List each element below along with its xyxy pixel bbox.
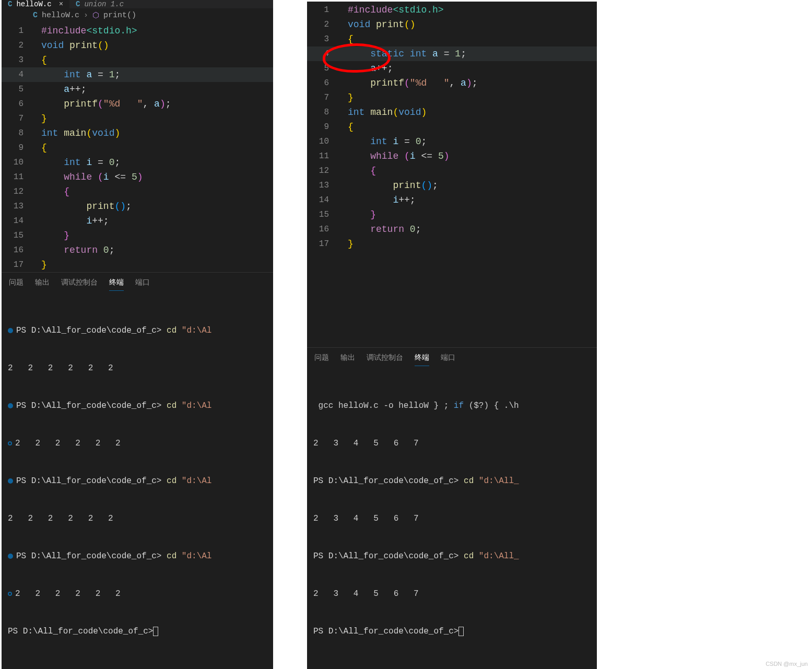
c-lang-icon: C [33,11,38,20]
editor-pane-right: 1#include<stdio.h> 2void print() 3{ 4 st… [307,2,597,669]
watermark-text: CSDN @mx_jun [766,661,808,667]
code-line: #include<stdio.h> [33,26,137,36]
code-line: i++; [339,195,416,205]
c-lang-icon: C [8,0,12,8]
tab-bar: C helloW.c × C union 1.c [2,0,273,8]
terminal-left[interactable]: PS D:\All_for_code\code_of_c> cd "d:\Al … [2,295,273,669]
code-line: return 0; [339,224,421,234]
symbol-cube-icon: ⬡ [92,10,99,20]
tab-label: helloW.c [16,0,51,8]
code-line: int i = 0; [339,136,427,147]
code-line: void print() [339,19,416,30]
code-line: { [339,34,354,44]
tab-terminal[interactable]: 终端 [415,353,429,366]
code-line: } [339,92,354,103]
c-lang-icon: C [76,0,80,8]
code-line: printf("%d ", a); [33,99,171,109]
line-number: 14 [2,216,33,226]
line-number: 7 [2,114,33,123]
code-line: printf("%d ", a); [339,78,478,88]
code-line: } [339,239,354,249]
prompt-dot-icon [8,403,13,408]
code-line: int i = 0; [33,157,120,168]
line-number: 12 [2,187,33,196]
prompt-dot-icon [8,441,12,445]
line-number: 9 [307,122,339,132]
tab-output[interactable]: 输出 [35,278,50,291]
code-line: static int a = 1; [339,49,466,59]
terminal-right[interactable]: gcc helloW.c -o helloW } ; if ($?) { .\h… [307,370,597,669]
panel-tab-bar: 问题 输出 调试控制台 终端 端口 [307,348,597,370]
code-line: while (i <= 5) [339,151,450,161]
code-line: print(); [33,201,132,212]
line-number: 2 [307,20,339,29]
code-line: i++; [33,216,109,226]
code-line: void print() [33,40,109,51]
panel-tab-bar: 问题 输出 调试控制台 终端 端口 [2,273,273,295]
line-number: 13 [307,181,339,190]
prompt-dot-icon [8,478,13,484]
tab-terminal[interactable]: 终端 [109,278,124,291]
line-number: 5 [307,64,339,73]
code-line: } [33,230,69,241]
tab-ports[interactable]: 端口 [441,353,455,366]
tab-problems[interactable]: 问题 [314,353,329,366]
code-line: { [339,122,354,132]
line-number: 17 [307,239,339,249]
line-number: 3 [307,34,339,44]
close-icon[interactable]: × [59,0,63,8]
code-line: { [33,186,69,197]
prompt-dot-icon [8,328,13,333]
line-number: 10 [2,158,33,167]
line-number: 9 [2,143,33,152]
code-line: int main(void) [33,128,120,138]
line-number: 4 [307,49,339,58]
line-number: 16 [2,245,33,255]
code-line: { [33,55,47,65]
tab-ports[interactable]: 端口 [135,278,150,291]
line-number: 6 [2,99,33,109]
code-line: } [33,260,47,270]
bottom-panel-left: 问题 输出 调试控制台 终端 端口 PS D:\All_for_code\cod… [2,272,273,669]
tab-debug-console[interactable]: 调试控制台 [61,278,98,291]
cursor-icon [458,627,464,636]
tab-output[interactable]: 输出 [340,353,355,366]
prompt-dot-icon [8,554,13,559]
line-number: 8 [307,108,339,117]
code-editor-left[interactable]: 1#include<stdio.h> 2void print() 3{ 4 in… [2,22,273,272]
line-number: 12 [307,166,339,175]
code-line: } [339,209,376,220]
tab-label: union 1.c [84,0,124,8]
tab-hellow[interactable]: C helloW.c × [2,0,69,8]
line-number: 15 [307,210,339,219]
code-line: #include<stdio.h> [339,5,444,15]
breadcrumb[interactable]: C helloW.c › ⬡ print() [2,8,273,22]
line-number: 8 [2,128,33,138]
line-number: 4 [2,70,33,79]
line-number: 11 [2,172,33,182]
code-line: int a = 1; [33,69,120,80]
line-number: 6 [307,78,339,88]
line-number: 2 [2,41,33,50]
line-number: 7 [307,93,339,102]
chevron-icon: › [84,11,88,20]
code-editor-right[interactable]: 1#include<stdio.h> 2void print() 3{ 4 st… [307,2,597,347]
prompt-dot-icon [8,592,12,596]
tab-debug-console[interactable]: 调试控制台 [367,353,403,366]
line-number: 13 [2,202,33,211]
cursor-icon [153,627,158,636]
code-line: int main(void) [339,107,427,118]
tab-union[interactable]: C union 1.c [69,0,130,8]
line-number: 3 [2,55,33,65]
breadcrumb-file: helloW.c [42,11,79,20]
code-line: return 0; [33,245,114,255]
line-number: 1 [2,26,33,36]
code-line: print(); [339,180,438,191]
line-number: 14 [307,195,339,205]
editor-pane-left: C helloW.c × C union 1.c C helloW.c › ⬡ … [2,0,273,669]
code-line: a++; [33,84,86,95]
code-line: { [33,143,47,153]
line-number: 5 [2,85,33,94]
tab-problems[interactable]: 问题 [9,278,23,291]
code-line: } [33,113,47,124]
